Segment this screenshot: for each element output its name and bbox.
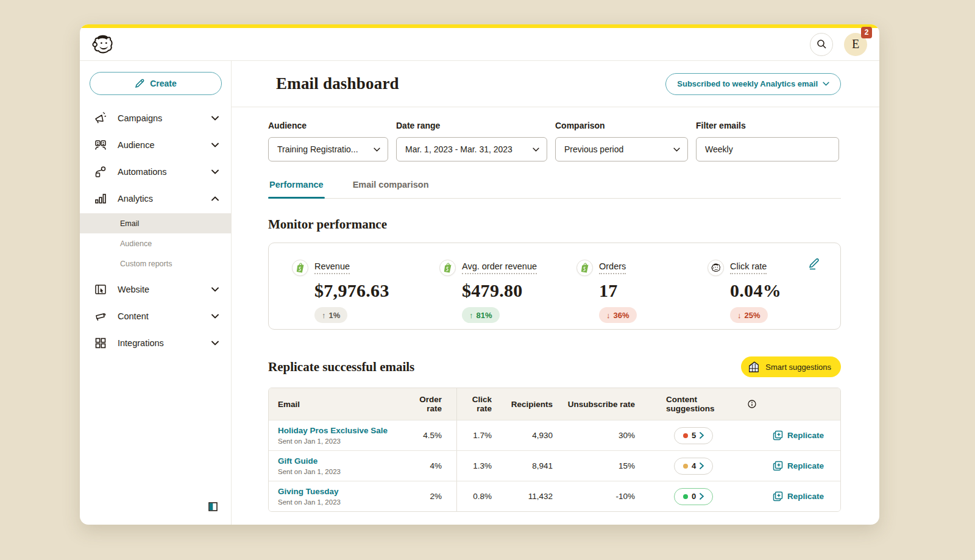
sidebar-item-automations[interactable]: Automations — [80, 158, 231, 185]
pencil-icon — [135, 79, 144, 88]
sidebar: Create Campaigns Audience — [80, 61, 232, 525]
arrow-down-icon: ↓ — [606, 311, 611, 320]
audience-select[interactable]: Training Registratio... — [268, 137, 388, 161]
replicate-button[interactable]: Replicate — [773, 491, 824, 502]
create-button[interactable]: Create — [90, 72, 222, 95]
collapse-sidebar-icon[interactable] — [208, 502, 218, 511]
tabs: Performance Email comparison — [268, 180, 841, 199]
monitor-performance-heading: Monitor performance — [268, 217, 841, 232]
unsubscribe-rate-value: 15% — [567, 461, 650, 470]
stat-value: 17 — [599, 280, 707, 301]
status-dot — [683, 494, 688, 499]
stat-label[interactable]: Revenue — [314, 261, 350, 274]
arrow-down-icon: ↓ — [737, 311, 742, 320]
shopify-icon — [576, 260, 593, 276]
stat-label[interactable]: Avg. order revenue — [462, 261, 537, 274]
date-range-select-value: Mar. 1, 2023 - Mar. 31, 2023 — [405, 144, 512, 154]
sidebar-subitem-custom-reports[interactable]: Custom reports — [80, 253, 231, 274]
smart-suggestions-button[interactable]: Smart suggestions — [741, 356, 841, 377]
click-rate-value: 0.8% — [457, 492, 506, 501]
stat-label[interactable]: Orders — [599, 261, 626, 274]
sidebar-subitem-email[interactable]: Email — [80, 213, 231, 233]
create-button-label: Create — [150, 79, 177, 88]
audience-select-value: Training Registratio... — [277, 144, 358, 154]
chevron-up-icon — [211, 196, 219, 201]
sidebar-item-label: Campaigns — [118, 113, 162, 123]
email-sent-date: Sent on Jan 1, 2023 — [278, 468, 409, 475]
sidebar-item-analytics[interactable]: Analytics — [80, 185, 231, 212]
tab-performance[interactable]: Performance — [268, 180, 325, 198]
sidebar-item-audience[interactable]: Audience — [80, 132, 231, 158]
filters-row: Audience Training Registratio... Date ra… — [268, 121, 841, 161]
recipients-value: 8,941 — [506, 461, 567, 470]
chevron-right-icon — [700, 463, 704, 469]
email-sent-date: Sent on Jan 1, 2023 — [278, 438, 409, 445]
filter-emails-field-wrap — [696, 137, 839, 161]
click-rate-value: 1.3% — [457, 461, 506, 470]
page-title: Email dashboard — [276, 74, 399, 93]
edit-stats-icon[interactable] — [808, 258, 821, 271]
sidebar-item-label: Website — [118, 285, 149, 294]
filter-emails-input[interactable] — [705, 144, 831, 154]
chevron-down-icon — [367, 147, 380, 152]
sidebar-item-website[interactable]: Website — [80, 276, 231, 303]
content-suggestions-pill[interactable]: 4 — [674, 458, 713, 475]
tab-email-comparison[interactable]: Email comparison — [352, 180, 430, 198]
content-area: Audience Training Registratio... Date ra… — [232, 107, 879, 525]
content-suggestions-pill[interactable]: 5 — [674, 427, 713, 444]
sidebar-item-label: Content — [118, 311, 149, 321]
greenhouse-icon — [747, 360, 760, 374]
sidebar-item-integrations[interactable]: Integrations — [80, 330, 231, 356]
website-icon — [93, 283, 108, 296]
automations-icon — [93, 165, 108, 179]
date-range-select[interactable]: Mar. 1, 2023 - Mar. 31, 2023 — [396, 137, 547, 161]
sidebar-subitem-audience[interactable]: Audience — [80, 233, 231, 253]
comparison-select-value: Previous period — [564, 144, 623, 154]
main-panel: Email dashboard Subscribed to weekly Ana… — [232, 61, 879, 525]
unsubscribe-rate-value: 30% — [567, 431, 650, 440]
content-suggestions-pill[interactable]: 0 — [674, 488, 713, 505]
chevron-down-icon — [211, 143, 219, 147]
filter-emails-label: Filter emails — [696, 121, 839, 130]
chevron-right-icon — [700, 493, 704, 500]
notification-badge: 2 — [861, 27, 872, 38]
click-rate-value: 1.7% — [457, 431, 506, 440]
email-link[interactable]: Holiday Pros Exclusive Sale — [278, 426, 409, 435]
comparison-select[interactable]: Previous period — [555, 137, 688, 161]
search-icon — [817, 39, 827, 49]
mailchimp-icon — [707, 260, 724, 276]
status-dot — [683, 433, 688, 438]
chevron-down-icon — [211, 314, 219, 319]
stat-delta: ↑ 81% — [462, 307, 500, 323]
email-link[interactable]: Giving Tuesday — [278, 487, 409, 496]
stat-value: 0.04% — [730, 280, 781, 301]
recipients-value: 11,432 — [506, 492, 567, 501]
search-button[interactable] — [810, 33, 833, 56]
analytics-icon — [93, 192, 108, 205]
replicate-button[interactable]: Replicate — [773, 430, 824, 441]
mailchimp-logo-icon[interactable] — [91, 33, 114, 56]
audience-filter-label: Audience — [268, 121, 388, 130]
stat-delta: ↓ 36% — [599, 307, 637, 323]
info-icon[interactable] — [748, 400, 756, 408]
col-content-suggestions: Content suggestions — [650, 395, 756, 413]
recipients-value: 4,930 — [506, 431, 567, 440]
chevron-down-icon — [211, 169, 219, 174]
email-link[interactable]: Gift Guide — [278, 456, 409, 466]
replicate-button[interactable]: Replicate — [773, 461, 824, 471]
arrow-up-icon: ↑ — [469, 311, 473, 320]
arrow-up-icon: ↑ — [322, 311, 326, 320]
suggestions-count: 4 — [692, 461, 696, 470]
sidebar-item-content[interactable]: Content — [80, 303, 231, 330]
subscribe-dropdown-button[interactable]: Subscribed to weekly Analytics email — [665, 73, 841, 95]
table-header-row: Email Order rate Click rate Recipients U… — [269, 388, 840, 420]
performance-stats-card: Revenue $7,976.63 ↑ 1% Avg. order revenu… — [268, 243, 841, 330]
col-click-rate: Click rate — [457, 395, 506, 413]
stat-revenue: Revenue $7,976.63 ↑ 1% — [292, 260, 439, 329]
sidebar-item-label: Automations — [118, 167, 167, 177]
stat-value: $7,976.63 — [314, 280, 439, 301]
stat-label[interactable]: Click rate — [730, 261, 767, 274]
table-row: Gift Guide Sent on Jan 1, 2023 4% 1.3% 8… — [269, 450, 840, 481]
sidebar-item-campaigns[interactable]: Campaigns — [80, 105, 231, 132]
col-unsubscribe-rate: Unsubscribe rate — [567, 400, 650, 409]
